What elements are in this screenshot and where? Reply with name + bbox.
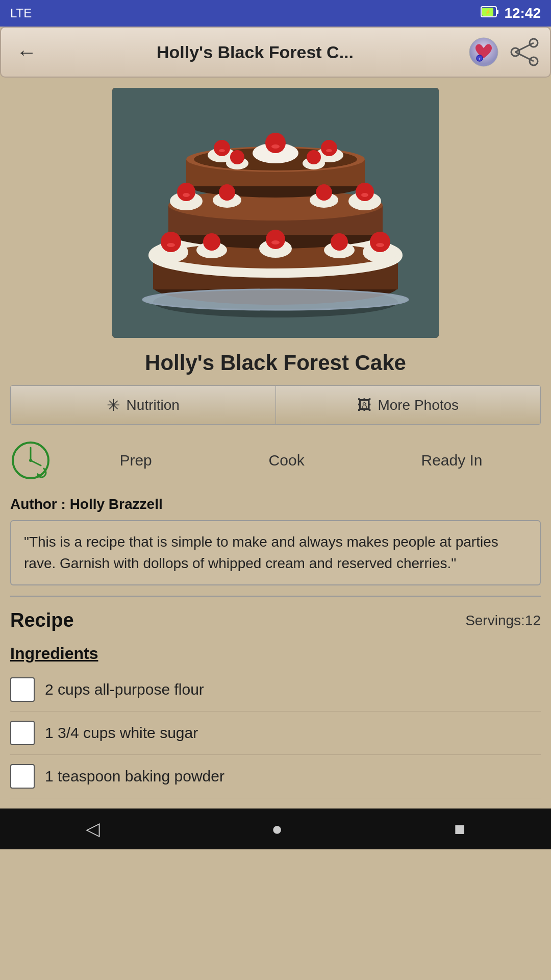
ready-in-label: Ready In <box>421 452 482 469</box>
svg-point-54 <box>266 230 285 249</box>
svg-point-32 <box>321 140 337 156</box>
more-photos-label: More Photos <box>378 397 459 413</box>
cook-label: Cook <box>269 452 305 469</box>
recipe-section-label: Recipe <box>10 609 74 631</box>
more-photos-button[interactable]: 🖼 More Photos <box>276 386 541 424</box>
recipe-image[interactable] <box>112 88 439 338</box>
list-item: 1 3/4 cups white sugar <box>10 712 541 755</box>
author-row: Author : Holly Brazzell <box>10 491 541 520</box>
recipe-description: "This is a recipe that is simple to make… <box>10 520 541 585</box>
recipe-image-container <box>10 78 541 343</box>
svg-point-44 <box>316 184 332 201</box>
cake-illustration <box>112 88 439 338</box>
svg-point-42 <box>219 184 235 201</box>
action-buttons-row: ✳ Nutrition 🖼 More Photos <box>10 385 541 425</box>
svg-point-29 <box>214 140 230 156</box>
ingredient-text-3: 1 teaspoon baking powder <box>45 768 224 785</box>
recipe-title: Holly's Black Forest Cake <box>10 343 541 380</box>
timing-labels: Prep Cook Ready In <box>61 452 541 469</box>
prep-label: Prep <box>119 452 152 469</box>
photos-icon: 🖼 <box>357 397 371 413</box>
svg-point-59 <box>370 232 390 252</box>
svg-point-46 <box>356 183 374 201</box>
svg-line-10 <box>515 43 534 52</box>
ingredient-text-1: 2 cups all-purpose flour <box>45 681 204 698</box>
ingredients-title: Ingredients <box>10 639 541 668</box>
svg-rect-1 <box>496 10 498 14</box>
navigation-bar: ← Holly's Black Forest C... + <box>0 27 551 78</box>
svg-line-11 <box>515 52 534 61</box>
status-icons: ⚡ 12:42 <box>481 5 541 22</box>
timing-row: Prep Cook Ready In <box>10 430 541 491</box>
nutrition-button[interactable]: ✳ Nutrition <box>11 386 276 424</box>
share-button[interactable] <box>509 37 540 67</box>
ingredient-checkbox-2[interactable] <box>10 721 35 745</box>
nutrition-icon: ✳ <box>107 396 120 415</box>
section-divider <box>10 596 541 597</box>
svg-point-26 <box>265 133 286 153</box>
svg-point-40 <box>183 193 190 197</box>
svg-point-37 <box>307 150 321 164</box>
ingredient-text-2: 1 3/4 cups white sugar <box>45 724 198 742</box>
svg-point-49 <box>161 232 181 252</box>
bottom-navigation: ◁ ● ■ <box>0 808 551 849</box>
status-bar: LTE ⚡ 12:42 <box>0 0 551 27</box>
svg-point-52 <box>203 233 220 251</box>
svg-point-47 <box>361 193 368 197</box>
content-area: Holly's Black Forest Cake ✳ Nutrition 🖼 … <box>0 78 551 798</box>
list-item: 1 teaspoon baking powder <box>10 755 541 798</box>
svg-point-50 <box>167 243 175 247</box>
nav-recent-button[interactable]: ■ <box>439 813 481 845</box>
list-item: 2 cups all-purpose flour <box>10 668 541 712</box>
signal-icon: LTE <box>10 6 32 20</box>
nav-back-button[interactable]: ◁ <box>70 813 115 845</box>
ingredients-list: 2 cups all-purpose flour 1 3/4 cups whit… <box>10 668 541 798</box>
svg-text:+: + <box>479 57 481 61</box>
svg-point-30 <box>219 149 225 152</box>
recipe-section-header: Recipe Servings:12 <box>10 602 541 639</box>
ingredient-checkbox-3[interactable] <box>10 764 35 789</box>
svg-point-35 <box>230 150 244 164</box>
svg-point-39 <box>177 183 195 201</box>
svg-text:⚡: ⚡ <box>485 9 491 15</box>
nutrition-label: Nutrition <box>127 397 180 413</box>
nav-home-button[interactable]: ● <box>256 813 298 845</box>
ingredient-checkbox-1[interactable] <box>10 677 35 702</box>
svg-point-57 <box>331 233 348 251</box>
favorite-button[interactable]: + <box>468 37 499 67</box>
back-button[interactable]: ← <box>11 36 42 69</box>
svg-line-66 <box>31 460 41 465</box>
clock-icon <box>10 440 51 481</box>
svg-point-60 <box>376 243 384 247</box>
svg-point-33 <box>326 149 332 152</box>
servings-label: Servings:12 <box>465 612 541 629</box>
svg-point-55 <box>271 240 280 244</box>
svg-point-27 <box>271 144 280 149</box>
battery-icon: ⚡ <box>481 5 499 22</box>
status-time: 12:42 <box>504 5 541 21</box>
page-title: Holly's Black Forest C... <box>52 42 458 62</box>
